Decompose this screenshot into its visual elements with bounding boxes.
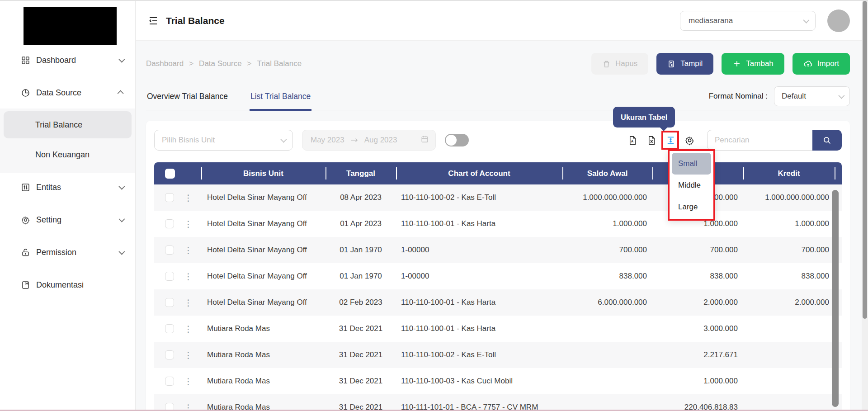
cell-debit: 3.000.000: [652, 316, 743, 342]
format-nominal-select[interactable]: Default: [774, 86, 850, 106]
column-header-bisnis-unit[interactable]: Bisnis Unit: [201, 162, 326, 184]
row-checkbox[interactable]: [165, 377, 174, 386]
chevron-up-icon: [118, 90, 124, 96]
cell-saldo-awal: 1.000.000: [562, 211, 652, 237]
tambah-button[interactable]: Tambah: [722, 53, 784, 75]
sliders-icon: [20, 182, 30, 192]
breadcrumb-item[interactable]: Data Source: [199, 59, 242, 68]
sidebar-item-setting[interactable]: Setting: [0, 213, 135, 227]
row-menu-icon[interactable]: ⋮: [184, 298, 193, 307]
cell-bisnis-unit: Mutiara Roda Mas: [201, 368, 326, 394]
export-pdf-icon[interactable]: A: [627, 134, 638, 146]
date-range-picker[interactable]: May 2023 Aug 2023: [302, 130, 436, 151]
toggle-switch[interactable]: [445, 134, 469, 146]
arrow-right-icon: [351, 137, 358, 143]
cell-chart-of-account: 110-110-100-01 - Kas Harta: [396, 289, 562, 316]
date-end: Aug 2023: [364, 136, 397, 145]
grid-icon: [20, 55, 30, 65]
chevron-down-icon: [118, 184, 125, 190]
row-menu-icon[interactable]: ⋮: [184, 246, 193, 255]
sidebar-item-label: Trial Balance: [35, 120, 82, 130]
sidebar-item-non-keuangan[interactable]: Non Keuangan: [4, 146, 132, 163]
hapus-button[interactable]: Hapus: [591, 53, 648, 75]
tabs-bar: Overview Trial Balance List Trial Balanc…: [146, 86, 850, 110]
row-menu-icon[interactable]: ⋮: [184, 194, 193, 202]
row-checkbox[interactable]: [165, 219, 174, 228]
cell-debit: 838.000: [652, 263, 743, 289]
topbar: Trial Balance mediasarana: [136, 1, 862, 41]
breadcrumb-item[interactable]: Dashboard: [146, 59, 184, 68]
sidebar-item-permission[interactable]: Permission: [0, 246, 135, 259]
export-excel-icon[interactable]: [646, 134, 657, 146]
avatar[interactable]: [827, 9, 850, 32]
row-checkbox[interactable]: [165, 246, 174, 255]
page-scrollbar[interactable]: [862, 0, 868, 411]
table-settings-gear-icon[interactable]: [684, 134, 695, 146]
size-option-large[interactable]: Large: [672, 196, 711, 218]
row-checkbox[interactable]: [165, 350, 174, 359]
cell-chart-of-account: 1-00000: [396, 237, 562, 263]
cell-tanggal: 01 Jan 1970: [326, 263, 396, 289]
table-header: Bisnis Unit Tanggal Chart of Account Sal…: [154, 162, 842, 184]
size-option-small[interactable]: Small: [672, 153, 711, 175]
column-header-kredit[interactable]: Kredit: [743, 162, 835, 184]
tab-overview-trial-balance[interactable]: Overview Trial Balance: [146, 86, 229, 110]
calendar-icon: [420, 135, 429, 146]
cell-saldo-awal: [562, 394, 652, 411]
date-start: May 2023: [311, 136, 344, 145]
format-nominal-label: Format Nominal :: [709, 92, 768, 101]
cell-kredit: 2.000.000: [743, 289, 835, 316]
cell-tanggal: 08 Apr 2023: [326, 184, 396, 211]
cell-saldo-awal: [562, 342, 652, 368]
column-header-chart-of-account[interactable]: Chart of Account: [396, 162, 562, 184]
tab-list-trial-balance[interactable]: List Trial Balance: [250, 86, 311, 111]
sidebar-item-dokumentasi[interactable]: Dokumentasi: [0, 278, 135, 292]
search-input[interactable]: [707, 130, 812, 151]
cell-tanggal: 02 Feb 2023: [326, 289, 396, 316]
row-menu-icon[interactable]: ⋮: [184, 272, 193, 281]
column-header-saldo-awal[interactable]: Saldo Awal: [562, 162, 652, 184]
row-menu-icon[interactable]: ⋮: [184, 325, 193, 333]
cell-chart-of-account: 110-110-100-02 - Kas E-Toll: [396, 184, 562, 211]
chevron-down-icon: [118, 216, 125, 222]
column-header-tanggal[interactable]: Tanggal: [326, 162, 396, 184]
chevron-down-icon: [280, 137, 287, 143]
sidebar-item-dashboard[interactable]: Dashboard: [0, 53, 135, 67]
company-select[interactable]: mediasarana: [680, 11, 816, 31]
import-button[interactable]: Import: [793, 53, 850, 75]
sidebar-collapse-icon[interactable]: [148, 15, 159, 26]
cell-bisnis-unit: Mutiara Roda Mas: [201, 394, 326, 411]
row-menu-icon[interactable]: ⋮: [184, 351, 193, 359]
sidebar-item-trial-balance[interactable]: Trial Balance: [4, 111, 132, 138]
cell-saldo-awal: [562, 316, 652, 342]
row-menu-icon[interactable]: ⋮: [184, 377, 193, 386]
cell-chart-of-account: 110-110-100-03 - Kas Cuci Mobil: [396, 368, 562, 394]
cell-bisnis-unit: Mutiara Roda Mas: [201, 316, 326, 342]
table-scrollbar-thumb[interactable]: [832, 190, 839, 407]
tampil-button[interactable]: Tampil: [656, 53, 713, 75]
plus-icon: [732, 59, 741, 68]
sidebar-item-entitas[interactable]: Entitas: [0, 180, 135, 194]
row-menu-icon[interactable]: ⋮: [184, 220, 193, 228]
page-title: Trial Balance: [166, 15, 225, 26]
cell-debit: 700.000: [652, 237, 743, 263]
table-row: ⋮ Hotel Delta Sinar Mayang Off 01 Apr 20…: [154, 211, 842, 237]
page-scrollbar-thumb[interactable]: [863, 1, 867, 319]
row-checkbox[interactable]: [165, 324, 174, 333]
sidebar-item-label: Entitas: [36, 183, 61, 192]
row-checkbox[interactable]: [165, 272, 174, 281]
breadcrumb-separator: >: [189, 59, 193, 68]
bisnis-unit-select[interactable]: Pilih Bisnis Unit: [154, 130, 293, 151]
window-border-top: [0, 0, 868, 1]
size-option-middle[interactable]: Middle: [672, 175, 711, 196]
breadcrumb-item[interactable]: Trial Balance: [257, 59, 302, 68]
cell-saldo-awal: [562, 368, 652, 394]
svg-text:A: A: [631, 139, 633, 143]
row-checkbox[interactable]: [165, 298, 174, 307]
row-checkbox[interactable]: [165, 193, 174, 202]
sidebar-item-data-source[interactable]: Data Source: [0, 86, 135, 99]
cell-kredit: 700.000: [743, 237, 835, 263]
search-button[interactable]: [812, 130, 842, 151]
select-all-checkbox[interactable]: [165, 169, 175, 179]
cell-tanggal: 31 Dec 2021: [326, 342, 396, 368]
